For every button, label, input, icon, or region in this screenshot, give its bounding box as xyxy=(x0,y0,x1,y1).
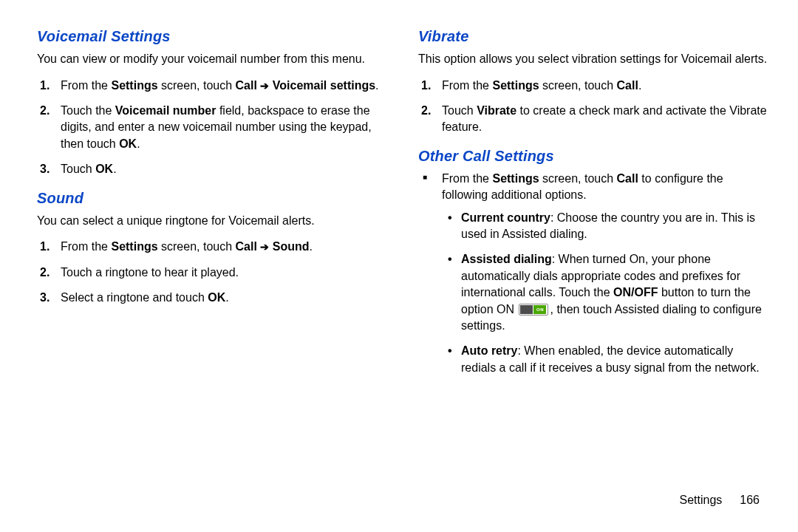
text: From the xyxy=(61,240,111,253)
heading-sound: Sound xyxy=(37,190,389,207)
text: . xyxy=(137,137,140,150)
list-item: Assisted dialing: When turned On, your p… xyxy=(458,251,770,334)
text-bold: Current country xyxy=(461,211,550,224)
step-item: Touch Vibrate to create a check mark and… xyxy=(436,103,770,136)
text-bold: Auto retry xyxy=(461,344,517,357)
text: . xyxy=(113,163,116,175)
step-item: Touch a ringtone to hear it played. xyxy=(55,265,389,281)
text: From the xyxy=(442,172,492,185)
text: . xyxy=(310,240,313,253)
manual-page: Voicemail Settings You can view or modif… xyxy=(0,0,798,532)
step-item: From the Settings screen, touch Call ➔ V… xyxy=(55,78,389,94)
text: screen, touch xyxy=(158,79,236,92)
bullet-list: Current country: Choose the country you … xyxy=(442,210,770,377)
text: Select a ringtone and touch xyxy=(61,291,208,304)
steps-list: From the Settings screen, touch Call ➔ V… xyxy=(37,78,389,178)
text-bold: Call xyxy=(617,79,638,92)
text: Touch the xyxy=(61,104,115,117)
section-other-call-settings: Other Call Settings From the Settings sc… xyxy=(418,148,770,376)
section-voicemail-settings: Voicemail Settings You can view or modif… xyxy=(37,28,389,178)
intro-text: You can select a unique ringtone for Voi… xyxy=(37,213,389,229)
text: screen, touch xyxy=(539,172,617,185)
step-item: Select a ringtone and touch OK. xyxy=(55,290,389,306)
right-column: Vibrate This option allows you select vi… xyxy=(418,28,770,532)
toggle-off-half xyxy=(520,305,533,314)
text: screen, touch xyxy=(539,79,617,92)
text-bold: Settings xyxy=(492,172,539,185)
section-sound: Sound You can select a unique ringtone f… xyxy=(37,190,389,307)
left-column: Voicemail Settings You can view or modif… xyxy=(37,28,389,532)
text: . xyxy=(225,291,228,304)
text-bold: Voicemail settings xyxy=(273,79,375,92)
list-item: Auto retry: When enabled, the device aut… xyxy=(458,343,770,376)
step-item: Touch OK. xyxy=(55,161,389,177)
text: Touch xyxy=(442,104,477,117)
text: Touch a ringtone to hear it played. xyxy=(61,266,239,279)
text-bold: Voicemail number xyxy=(115,104,216,117)
text: From the xyxy=(442,79,492,92)
page-footer: Settings166 xyxy=(679,494,760,507)
text: screen, touch xyxy=(158,240,236,253)
intro-text: This option allows you select vibration … xyxy=(418,51,770,67)
text-bold: OK xyxy=(119,137,137,150)
text-bold: Sound xyxy=(273,240,310,253)
heading-voicemail-settings: Voicemail Settings xyxy=(37,28,389,45)
text-bold: Call xyxy=(236,240,257,253)
on-off-toggle-icon: ON xyxy=(519,304,548,316)
list-item: Current country: Choose the country you … xyxy=(458,210,770,243)
steps-list: From the Settings screen, touch Call ➔ S… xyxy=(37,239,389,306)
text-bold: Settings xyxy=(492,79,539,92)
text-bold: OK xyxy=(95,163,113,175)
text: From the xyxy=(61,79,111,92)
list-item: From the Settings screen, touch Call to … xyxy=(436,171,770,376)
arrow-icon: ➔ xyxy=(260,241,269,253)
heading-vibrate: Vibrate xyxy=(418,28,770,45)
steps-list: From the Settings screen, touch Call. To… xyxy=(418,78,770,136)
text-bold: ON/OFF xyxy=(613,286,658,299)
arrow-icon: ➔ xyxy=(260,80,269,92)
text-bold: OK xyxy=(208,291,225,304)
text: Touch xyxy=(61,163,95,175)
page-number: 166 xyxy=(740,494,760,506)
intro-text: You can view or modify your voicemail nu… xyxy=(37,51,389,67)
step-item: Touch the Voicemail number field, backsp… xyxy=(55,103,389,152)
square-bullet-list: From the Settings screen, touch Call to … xyxy=(418,171,770,376)
text-bold: Settings xyxy=(111,240,157,253)
section-vibrate: Vibrate This option allows you select vi… xyxy=(418,28,770,136)
footer-section-label: Settings xyxy=(679,494,722,506)
step-item: From the Settings screen, touch Call ➔ S… xyxy=(55,239,389,255)
text-bold: Vibrate xyxy=(477,104,516,117)
text-bold: Assisted dialing xyxy=(461,253,552,265)
text-bold: Settings xyxy=(111,79,157,92)
text-bold: Call xyxy=(236,79,257,92)
text: . xyxy=(638,79,641,92)
text: . xyxy=(375,79,378,92)
toggle-on-half: ON xyxy=(533,305,546,314)
heading-other-call-settings: Other Call Settings xyxy=(418,148,770,165)
step-item: From the Settings screen, touch Call. xyxy=(436,78,770,94)
text-bold: Call xyxy=(617,172,638,185)
